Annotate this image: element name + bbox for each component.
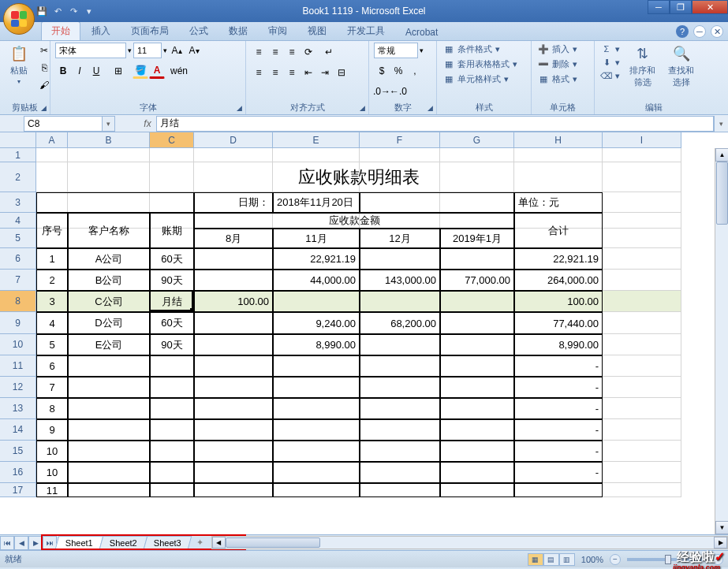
percent-icon[interactable]: % bbox=[390, 63, 406, 79]
help-icon[interactable]: ? bbox=[676, 25, 689, 38]
name-box-dropdown-icon[interactable]: ▾ bbox=[103, 116, 115, 132]
row-header-7[interactable]: 7 bbox=[0, 270, 35, 291]
cell[interactable]: 5 bbox=[36, 334, 68, 355]
row-header-14[interactable]: 14 bbox=[0, 419, 35, 441]
cell[interactable]: 合计 bbox=[514, 213, 603, 248]
phonetic-icon[interactable]: wén bbox=[171, 63, 187, 79]
cell[interactable] bbox=[68, 441, 150, 462]
view-normal-icon[interactable]: ▦ bbox=[528, 553, 543, 566]
align-top-icon[interactable]: ≡ bbox=[251, 44, 267, 60]
cell[interactable]: 8,990.00 bbox=[514, 334, 603, 355]
row-header-3[interactable]: 3 bbox=[0, 192, 35, 213]
align-bottom-icon[interactable]: ≡ bbox=[284, 44, 300, 60]
name-box[interactable]: C8 bbox=[24, 116, 103, 132]
cell[interactable]: 68,200.00 bbox=[360, 312, 440, 334]
cell[interactable]: 月结 bbox=[150, 291, 194, 312]
vscroll-thumb[interactable] bbox=[716, 162, 728, 225]
cell[interactable] bbox=[36, 192, 194, 213]
font-name-input[interactable] bbox=[55, 43, 126, 58]
col-header-G[interactable]: G bbox=[440, 132, 514, 147]
cell[interactable] bbox=[360, 192, 514, 213]
cell[interactable] bbox=[68, 377, 150, 398]
cell[interactable]: 11月 bbox=[273, 229, 360, 248]
cell[interactable] bbox=[194, 334, 273, 355]
cell[interactable] bbox=[360, 419, 440, 441]
comma-icon[interactable]: , bbox=[407, 63, 423, 79]
cell[interactable]: 100.00 bbox=[514, 291, 603, 312]
ribbon-minimize-icon[interactable]: ─ bbox=[693, 25, 706, 38]
tab-home[interactable]: 开始 bbox=[41, 21, 80, 40]
font-color-icon[interactable]: A bbox=[149, 63, 165, 79]
cell[interactable]: 9 bbox=[36, 419, 68, 441]
col-header-I[interactable]: I bbox=[603, 132, 681, 147]
cell[interactable]: 22,921.19 bbox=[273, 248, 360, 270]
cell[interactable]: - bbox=[514, 419, 603, 441]
wrap-text-icon[interactable]: ↵ bbox=[321, 44, 337, 60]
cell[interactable] bbox=[194, 398, 273, 419]
cell[interactable]: 11 bbox=[36, 483, 68, 497]
cell[interactable]: 60天 bbox=[150, 248, 194, 270]
cell[interactable]: 22,921.19 bbox=[514, 248, 603, 270]
autosum-button[interactable]: Σ▾ bbox=[599, 43, 622, 55]
currency-icon[interactable]: $ bbox=[374, 63, 390, 79]
cell[interactable] bbox=[440, 291, 514, 312]
cell[interactable]: 3 bbox=[36, 291, 68, 312]
cell[interactable] bbox=[440, 248, 514, 270]
sheet-nav-first-icon[interactable]: ⏮ bbox=[0, 536, 14, 550]
row-header-16[interactable]: 16 bbox=[0, 462, 35, 483]
cell[interactable]: 9,240.00 bbox=[273, 312, 360, 334]
format-cells-button[interactable]: ▦格式 ▾ bbox=[536, 73, 579, 86]
cell[interactable]: C公司 bbox=[68, 291, 150, 312]
cell[interactable]: 账期 bbox=[150, 213, 194, 248]
font-dropdown-icon[interactable]: ▾ bbox=[128, 46, 132, 54]
cell[interactable] bbox=[150, 355, 194, 377]
number-launcher-icon[interactable]: ◢ bbox=[425, 103, 435, 113]
cell[interactable]: 90天 bbox=[150, 334, 194, 355]
tab-developer[interactable]: 开发工具 bbox=[338, 22, 394, 40]
italic-button[interactable]: I bbox=[72, 63, 88, 79]
cell[interactable]: 8,990.00 bbox=[273, 334, 360, 355]
cell[interactable] bbox=[360, 441, 440, 462]
cell[interactable]: 单位：元 bbox=[514, 192, 603, 213]
col-header-C[interactable]: C bbox=[150, 132, 194, 147]
cell[interactable]: - bbox=[514, 462, 603, 483]
sheet-nav-next-icon[interactable]: ▶ bbox=[28, 536, 43, 550]
sort-filter-button[interactable]: ⇅ 排序和 筛选 bbox=[625, 43, 660, 90]
formula-expand-icon[interactable]: ▾ bbox=[714, 116, 728, 132]
clipboard-launcher-icon[interactable]: ◢ bbox=[39, 103, 48, 113]
minimize-button[interactable]: ─ bbox=[648, 0, 670, 14]
row-header-4[interactable]: 4 bbox=[0, 213, 35, 229]
hscroll-thumb[interactable] bbox=[226, 537, 320, 548]
cell[interactable] bbox=[194, 462, 273, 483]
cell[interactable]: 4 bbox=[36, 312, 68, 334]
tab-insert[interactable]: 插入 bbox=[82, 22, 120, 40]
increase-decimal-icon[interactable]: .0→ bbox=[374, 84, 390, 99]
cell[interactable] bbox=[194, 270, 273, 291]
row-header-12[interactable]: 12 bbox=[0, 377, 35, 398]
cell[interactable]: 8 bbox=[36, 398, 68, 419]
font-launcher-icon[interactable]: ◢ bbox=[234, 103, 244, 113]
cell[interactable]: 44,000.00 bbox=[273, 270, 360, 291]
cell[interactable]: 264,000.00 bbox=[514, 270, 603, 291]
zoom-level[interactable]: 100% bbox=[581, 555, 603, 564]
sheet-nav-prev-icon[interactable]: ◀ bbox=[14, 536, 28, 550]
cell[interactable]: E公司 bbox=[68, 334, 150, 355]
cell[interactable]: 143,000.00 bbox=[360, 270, 440, 291]
cell[interactable]: 应收款金额 bbox=[194, 213, 514, 229]
cell[interactable] bbox=[194, 483, 273, 497]
fill-color-icon[interactable]: 🪣 bbox=[133, 63, 148, 79]
formula-input[interactable]: 月结 bbox=[156, 116, 714, 132]
cell[interactable]: 客户名称 bbox=[68, 213, 150, 248]
row-header-11[interactable]: 11 bbox=[0, 355, 35, 377]
doc-close-icon[interactable]: ✕ bbox=[711, 25, 723, 38]
cell[interactable] bbox=[150, 419, 194, 441]
cell[interactable] bbox=[273, 441, 360, 462]
cell[interactable] bbox=[273, 377, 360, 398]
cell-styles-button[interactable]: ▦单元格样式 ▾ bbox=[442, 73, 510, 86]
cell[interactable] bbox=[360, 355, 440, 377]
tab-data[interactable]: 数据 bbox=[219, 22, 257, 40]
delete-cells-button[interactable]: ➖删除 ▾ bbox=[536, 58, 579, 71]
row-header-8[interactable]: 8 bbox=[0, 291, 35, 312]
row-header-5[interactable]: 5 bbox=[0, 229, 35, 248]
cell[interactable] bbox=[440, 483, 514, 497]
